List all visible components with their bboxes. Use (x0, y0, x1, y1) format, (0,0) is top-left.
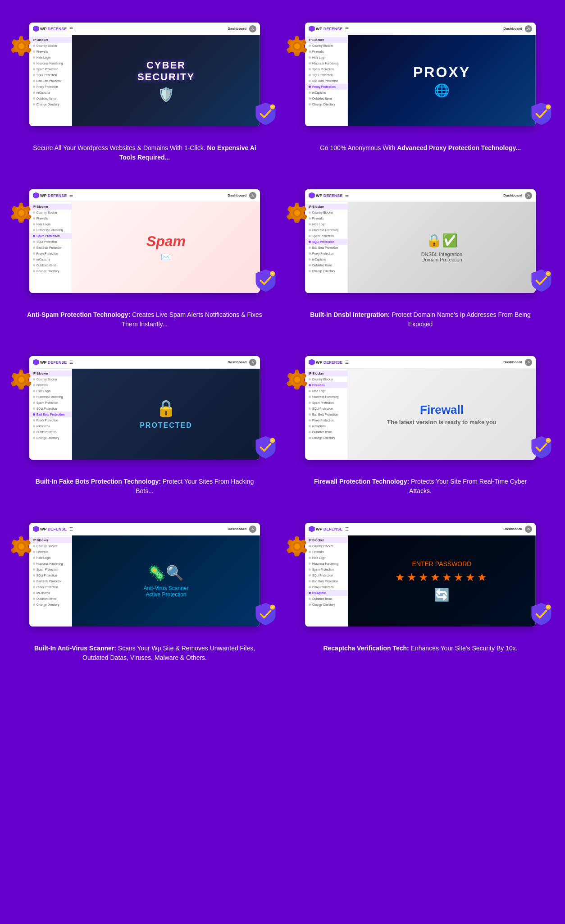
sidebar-item-spam-protection[interactable]: Spam Protection (29, 66, 72, 72)
sidebar-item-label: reCaptcha (36, 258, 50, 261)
wp-logo: WP DEFENSE (33, 192, 67, 199)
sidebar-item-htaccess-hardening[interactable]: Htaccess Hardening (29, 60, 72, 66)
card-recaptcha: WP DEFENSE ☰ Dashboard Jv IP BlockerCoun… (289, 518, 551, 663)
sidebar-item-bad-bots-protection[interactable]: Bad Bots Protection (305, 245, 347, 251)
sidebar-item-proxy-protection[interactable]: Proxy Protection (305, 84, 347, 90)
shield-check-badge (253, 435, 278, 460)
sidebar-item-label: SQLi Protection (312, 574, 333, 577)
sidebar-item-htaccess-hardening[interactable]: Htaccess Hardening (305, 561, 347, 567)
sidebar-item-change-directory[interactable]: Change Directory (305, 602, 347, 608)
desc-bold: Recaptcha Verification Tech: (323, 645, 409, 652)
sidebar-item-htaccess-hardening[interactable]: Htaccess Hardening (29, 561, 72, 567)
sidebar-item-proxy-protection[interactable]: Proxy Protection (29, 584, 72, 590)
page-wrapper: WP DEFENSE ☰ Dashboard Jv IP BlockerCoun… (0, 0, 565, 703)
dot-icon (33, 604, 35, 606)
sidebar-item-proxy-protection[interactable]: Proxy Protection (305, 584, 347, 590)
sidebar-item-htaccess-hardening[interactable]: Htaccess Hardening (29, 394, 72, 400)
sidebar-item-recaptcha[interactable]: reCaptcha (305, 423, 347, 429)
sidebar-item-spam-protection[interactable]: Spam Protection (305, 66, 347, 72)
dot-icon (33, 598, 35, 600)
dot-icon (309, 604, 311, 606)
shield-icon (309, 359, 315, 366)
sidebar-item-sqli-protection[interactable]: SQLi Protection (305, 572, 347, 578)
sidebar-item-bad-bots-protection[interactable]: Bad Bots Protection (29, 578, 72, 584)
sidebar-item-recaptcha[interactable]: reCaptcha (305, 590, 347, 596)
gear-left-icon (282, 198, 312, 228)
sidebar-item-proxy-protection[interactable]: Proxy Protection (29, 84, 72, 90)
sidebar-item-label: Hide Login (312, 556, 326, 559)
sidebar-item-proxy-protection[interactable]: Proxy Protection (305, 251, 347, 256)
sidebar-item-sqli-protection[interactable]: SQLi Protection (29, 406, 72, 412)
dot-icon (33, 62, 35, 64)
sidebar-item-spam-protection[interactable]: Spam Protection (29, 400, 72, 406)
sidebar-item-change-directory[interactable]: Change Directory (29, 101, 72, 107)
sidebar-item-label: Proxy Protection (36, 419, 58, 422)
sidebar-item-bad-bots-protection[interactable]: Bad Bots Protection (29, 412, 72, 417)
sidebar-item-outdated-items[interactable]: Outdated Items (29, 429, 72, 435)
sidebar-item-spam-protection[interactable]: Spam Protection (29, 233, 72, 239)
sidebar-item-sqli-protection[interactable]: SQLi Protection (305, 72, 347, 78)
sidebar-item-proxy-protection[interactable]: Proxy Protection (305, 417, 347, 423)
sidebar-item-spam-protection[interactable]: Spam Protection (305, 400, 347, 406)
sidebar-item-bad-bots-protection[interactable]: Bad Bots Protection (305, 412, 347, 417)
sidebar-item-change-directory[interactable]: Change Directory (305, 435, 347, 441)
sidebar-item-outdated-items[interactable]: Outdated Items (305, 262, 347, 268)
wp-label: WP DEFENSE (316, 193, 342, 198)
sidebar-item-label: reCaptcha (312, 258, 326, 261)
sidebar-item-spam-protection[interactable]: Spam Protection (305, 567, 347, 572)
mockup-dnsbl: WP DEFENSE ☰ Dashboard Jv IP BlockerCoun… (289, 185, 551, 302)
sidebar-item-label: Country Blocker (312, 378, 333, 381)
wp-label: WP DEFENSE (40, 527, 67, 531)
sidebar-item-change-directory[interactable]: Change Directory (29, 268, 72, 274)
sidebar-item-htaccess-hardening[interactable]: Htaccess Hardening (29, 227, 72, 233)
gear-left-icon (282, 532, 312, 561)
sidebar-item-bad-bots-protection[interactable]: Bad Bots Protection (305, 78, 347, 84)
sidebar-item-proxy-protection[interactable]: Proxy Protection (29, 251, 72, 256)
sidebar-item-spam-protection[interactable]: Spam Protection (305, 233, 347, 239)
sidebar-item-outdated-items[interactable]: Outdated Items (29, 596, 72, 602)
sidebar-item-recaptcha[interactable]: reCaptcha (29, 256, 72, 262)
user-avatar: Jv (525, 526, 532, 533)
sidebar-item-proxy-protection[interactable]: Proxy Protection (29, 417, 72, 423)
sidebar-item-bad-bots-protection[interactable]: Bad Bots Protection (305, 578, 347, 584)
sidebar-item-outdated-items[interactable]: Outdated Items (305, 596, 347, 602)
gear-left-icon (282, 365, 312, 394)
sidebar-item-bad-bots-protection[interactable]: Bad Bots Protection (29, 245, 72, 251)
card-description: Built-In Dnsbl Intergration: Protect Dom… (302, 310, 538, 329)
sidebar-item-spam-protection[interactable]: Spam Protection (29, 567, 72, 572)
content-area: Firewall The latest version is ready to … (348, 369, 536, 460)
sidebar-item-change-directory[interactable]: Change Directory (305, 101, 347, 107)
dot-icon (309, 235, 311, 237)
sidebar-item-sqli-protection[interactable]: SQLi Protection (29, 572, 72, 578)
sidebar-item-recaptcha[interactable]: reCaptcha (305, 256, 347, 262)
sidebar-item-label: Change Directory (36, 603, 59, 606)
sidebar-item-htaccess-hardening[interactable]: Htaccess Hardening (305, 394, 347, 400)
sidebar-item-change-directory[interactable]: Change Directory (29, 435, 72, 441)
card-firewall: WP DEFENSE ☰ Dashboard Jv IP BlockerCoun… (289, 352, 551, 496)
sidebar-item-outdated-items[interactable]: Outdated Items (29, 262, 72, 268)
sidebar-item-sqli-protection[interactable]: SQLi Protection (29, 239, 72, 245)
sidebar-item-outdated-items[interactable]: Outdated Items (29, 96, 72, 101)
sidebar-item-sqli-protection[interactable]: SQLi Protection (305, 239, 347, 245)
sidebar-item-outdated-items[interactable]: Outdated Items (305, 429, 347, 435)
sidebar-item-change-directory[interactable]: Change Directory (305, 268, 347, 274)
dot-icon (309, 425, 311, 427)
shield-icon (33, 526, 39, 532)
sidebar-item-recaptcha[interactable]: reCaptcha (29, 90, 72, 96)
sidebar-item-sqli-protection[interactable]: SQLi Protection (305, 406, 347, 412)
dot-icon (309, 396, 311, 398)
sidebar-item-htaccess-hardening[interactable]: Htaccess Hardening (305, 227, 347, 233)
sidebar-item-htaccess-hardening[interactable]: Htaccess Hardening (305, 60, 347, 66)
sidebar-item-label: Proxy Protection (36, 85, 58, 88)
sidebar-item-recaptcha[interactable]: reCaptcha (29, 423, 72, 429)
dashboard-window: WP DEFENSE ☰ Dashboard Jv IP BlockerCoun… (29, 189, 260, 293)
dot-icon (33, 396, 35, 398)
sidebar-item-recaptcha[interactable]: reCaptcha (29, 590, 72, 596)
sidebar-item-recaptcha[interactable]: reCaptcha (305, 90, 347, 96)
sidebar-item-bad-bots-protection[interactable]: Bad Bots Protection (29, 78, 72, 84)
sidebar-item-sqli-protection[interactable]: SQLi Protection (29, 72, 72, 78)
dot-icon (309, 247, 311, 249)
sidebar-item-change-directory[interactable]: Change Directory (29, 602, 72, 608)
sidebar-item-label: Outdated Items (312, 430, 332, 434)
sidebar-item-outdated-items[interactable]: Outdated Items (305, 96, 347, 101)
